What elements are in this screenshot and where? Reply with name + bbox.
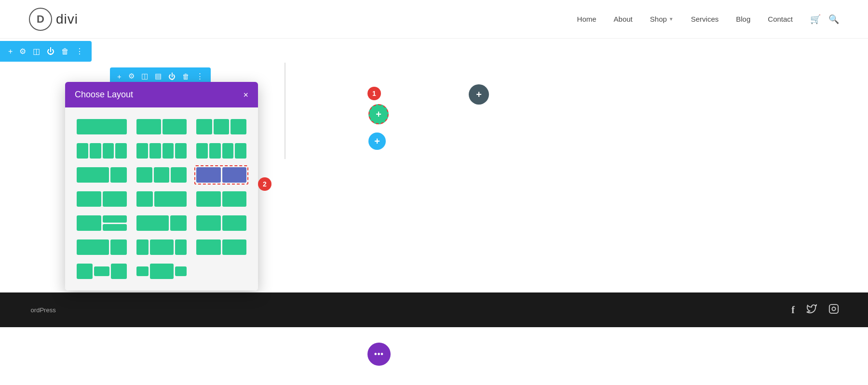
twitter-icon[interactable] [806, 304, 817, 317]
layout-option-r6c3[interactable] [194, 238, 248, 257]
add-button-dark[interactable]: + [469, 84, 489, 105]
nav-about[interactable]: About [614, 15, 633, 23]
bottom-menu-button[interactable]: ••• [367, 343, 391, 366]
nav-services[interactable]: Services [691, 15, 719, 23]
toolbar-more[interactable]: ⋮ [73, 45, 86, 58]
nav-icons: 🛒 🔍 [810, 14, 839, 25]
logo: D divi [29, 8, 78, 31]
search-icon[interactable]: 🔍 [828, 14, 839, 25]
layout-option-r5c1[interactable] [75, 213, 129, 233]
layout-option-4col-b[interactable] [135, 141, 189, 160]
layout-option-r4c1[interactable] [75, 189, 129, 209]
layout-option-r4c3[interactable] [194, 189, 248, 209]
layout-option-r6c1[interactable] [75, 238, 129, 257]
instagram-icon[interactable] [828, 304, 839, 317]
logo-name: divi [56, 12, 78, 27]
footer-social: f [791, 304, 839, 317]
layout-dialog: Choose Layout × [65, 82, 258, 291]
plus-icon-green: + [376, 109, 381, 120]
header: D divi Home About Shop ▼ Services Blog C… [0, 0, 868, 39]
toolbar-power[interactable]: ⏻ [44, 45, 57, 58]
layout-option-r7c1[interactable] [75, 262, 129, 281]
layout-option-1col[interactable] [75, 117, 129, 136]
add-button-green[interactable]: + [368, 104, 389, 124]
badge-2: 2 [258, 177, 271, 191]
layout-option-3col-b[interactable] [135, 165, 189, 185]
main-nav: Home About Shop ▼ Services Blog Contact … [577, 14, 839, 25]
toolbar-duplicate[interactable]: ◫ [30, 45, 42, 58]
section-resize[interactable]: ◫ [139, 70, 150, 82]
plus-icon-dark: + [476, 89, 482, 100]
top-toolbar: + ⚙ ◫ ⏻ 🗑 ⋮ [0, 41, 92, 62]
section-add[interactable]: + [115, 71, 124, 82]
section-delete[interactable]: 🗑 [180, 71, 192, 82]
section-more[interactable]: ⋮ [194, 70, 206, 82]
layout-option-selected[interactable] [194, 165, 248, 185]
section-power[interactable]: ⏻ [166, 71, 178, 82]
vertical-divider [285, 63, 285, 159]
layout-option-4col[interactable] [75, 141, 129, 160]
cart-icon[interactable]: 🛒 [810, 14, 821, 25]
logo-icon: D [29, 8, 52, 31]
nav-blog[interactable]: Blog [736, 15, 750, 23]
footer-text: ordPress [29, 306, 56, 314]
layout-option-3col[interactable] [194, 117, 248, 136]
layout-option-2col[interactable] [135, 117, 189, 136]
badge-1: 1 [367, 87, 381, 100]
layout-option-r5c3[interactable] [194, 213, 248, 233]
dialog-title: Choose Layout [75, 90, 133, 100]
nav-home[interactable]: Home [577, 15, 597, 23]
toolbar-settings[interactable]: ⚙ [17, 45, 28, 58]
layout-option-2col-big[interactable] [75, 165, 129, 185]
footer-bar: ordPress f [0, 292, 868, 327]
section-columns[interactable]: ▤ [152, 70, 164, 82]
facebook-icon[interactable]: f [791, 305, 795, 316]
plus-icon-blue: + [374, 136, 380, 147]
svg-rect-0 [829, 304, 838, 313]
layout-option-r7c2[interactable] [135, 262, 189, 281]
dialog-header: Choose Layout × [65, 82, 258, 107]
layout-option-r4c2[interactable] [135, 189, 189, 209]
layout-option-r5c2[interactable] [135, 213, 189, 233]
dots-icon: ••• [374, 350, 384, 358]
nav-contact[interactable]: Contact [768, 15, 793, 23]
toolbar-delete[interactable]: 🗑 [59, 45, 71, 58]
dialog-close-button[interactable]: × [243, 91, 248, 99]
add-button-blue[interactable]: + [368, 133, 386, 150]
nav-shop[interactable]: Shop ▼ [650, 15, 674, 23]
toolbar-add[interactable]: + [6, 45, 15, 58]
layout-option-4col-c[interactable] [194, 141, 248, 160]
shop-chevron: ▼ [669, 16, 674, 22]
layout-option-r6c2[interactable] [135, 238, 189, 257]
layout-grid-container [65, 107, 258, 291]
section-settings[interactable]: ⚙ [126, 70, 137, 82]
